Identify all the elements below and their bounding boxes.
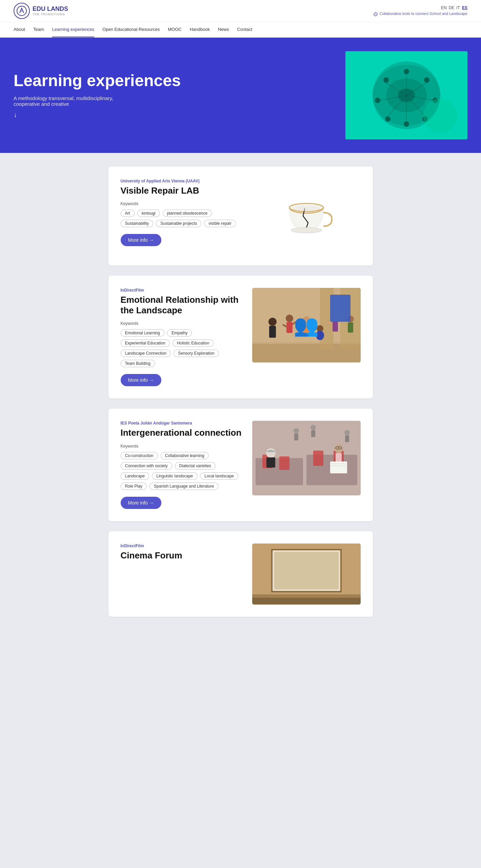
svg-rect-47 xyxy=(348,322,353,333)
svg-rect-59 xyxy=(266,457,275,468)
svg-point-34 xyxy=(286,315,293,322)
hero-image xyxy=(345,51,467,139)
nav-link-learning[interactable]: Learning experiences xyxy=(52,22,94,37)
card-title-4: Cinema Forum xyxy=(121,550,244,561)
nav-item-team[interactable]: Team xyxy=(33,22,44,37)
tags-2: Emotional Learning Empathy Experiential … xyxy=(121,329,244,367)
tag-team-building: Team Building xyxy=(121,360,155,367)
keywords-label-2: Keywords xyxy=(121,321,244,326)
lang-it[interactable]: IT xyxy=(456,5,460,10)
card-institution-1: University of Applied Arts Vienna (UAAV) xyxy=(121,179,244,183)
nav-link-mooc[interactable]: MOOC xyxy=(168,22,181,37)
svg-point-70 xyxy=(310,425,316,430)
tag-collaborative-learning: Collaborative learning xyxy=(161,452,209,459)
card-image-3 xyxy=(252,421,361,495)
lang-es[interactable]: ES xyxy=(462,5,467,10)
svg-point-8 xyxy=(404,69,409,74)
card-emotional: InDirectFilm Emotional Relationship with… xyxy=(108,276,373,398)
svg-rect-78 xyxy=(274,552,339,589)
nav-link-contact[interactable]: Contact xyxy=(237,22,252,37)
more-info-button-3[interactable]: More info → xyxy=(121,497,161,509)
svg-point-32 xyxy=(268,318,277,326)
tag-planned-obsolescence: planned obsolescence xyxy=(163,210,212,217)
hero-section: Learning experiences A methodology trans… xyxy=(0,38,481,153)
svg-line-22 xyxy=(380,95,406,100)
lang-en[interactable]: EN xyxy=(441,5,447,10)
tag-sensory: Sensory Exploration xyxy=(174,350,219,357)
svg-text:©: © xyxy=(375,13,377,16)
card-image-4 xyxy=(252,544,361,605)
card-cinema: InDirectFilm Cinema Forum xyxy=(108,531,373,617)
logo-icon xyxy=(14,3,30,19)
card-title-1: Visible Repair LAB xyxy=(121,185,244,196)
tag-empathy: Empathy xyxy=(167,329,192,337)
nav-item-contact[interactable]: Contact xyxy=(237,22,252,37)
card-image-1 xyxy=(252,179,361,253)
svg-line-17 xyxy=(406,83,427,95)
svg-point-58 xyxy=(266,448,276,458)
svg-rect-39 xyxy=(303,324,309,335)
card-institution-4: InDirectFilm xyxy=(121,544,244,548)
svg-point-14 xyxy=(375,98,380,103)
nav-item-news[interactable]: News xyxy=(218,22,229,37)
card-title-3: Intergenerational connection xyxy=(121,428,244,438)
svg-point-6 xyxy=(386,78,427,112)
svg-rect-33 xyxy=(269,326,276,338)
nav-link-team[interactable]: Team xyxy=(33,22,44,37)
tag-dialectal: Dialectal varieties xyxy=(175,462,216,470)
svg-point-13 xyxy=(385,116,390,122)
svg-point-38 xyxy=(303,316,310,324)
svg-rect-56 xyxy=(313,451,323,466)
tags-1: Art kintsugi planned obsolescence Sustai… xyxy=(121,210,244,227)
svg-point-10 xyxy=(433,98,438,103)
nav-link-news[interactable]: News xyxy=(218,22,229,37)
nav-link-handbook[interactable]: Handbook xyxy=(190,22,210,37)
svg-point-15 xyxy=(383,77,389,83)
nav-link-oer[interactable]: Open Educational Resources xyxy=(102,22,160,37)
svg-point-71 xyxy=(344,430,350,435)
tag-landscape-connection: Landscape Connection xyxy=(121,350,171,357)
tag-experiential: Experiential Education xyxy=(121,339,170,347)
svg-line-19 xyxy=(406,95,425,116)
more-info-button-1[interactable]: More info → xyxy=(121,234,161,246)
hero-text-block: Learning experiences A methodology trans… xyxy=(14,72,345,119)
svg-rect-66 xyxy=(330,461,347,473)
tag-connection-society: Connection with society xyxy=(121,462,172,470)
lang-de[interactable]: DE xyxy=(449,5,455,10)
card-intergenerational: IES Poeta Julián Andúgar Santomera Inter… xyxy=(108,409,373,521)
nav-item-handbook[interactable]: Handbook xyxy=(190,22,210,37)
keywords-label-1: Keywords xyxy=(121,201,244,206)
nav-item-about[interactable]: About xyxy=(14,22,25,37)
tag-sustainability: Sustainability xyxy=(121,220,154,227)
svg-rect-35 xyxy=(286,322,293,333)
nav-item-learning[interactable]: Learning experiences xyxy=(52,22,94,37)
svg-point-1 xyxy=(20,9,23,12)
nav-item-oer[interactable]: Open Educational Resources xyxy=(102,22,160,37)
card-title-2: Emotional Relationship with the Landscap… xyxy=(121,295,244,316)
svg-line-63 xyxy=(335,448,336,448)
card-institution-2: InDirectFilm xyxy=(121,288,244,293)
svg-rect-72 xyxy=(294,434,298,440)
nav-item-mooc[interactable]: MOOC xyxy=(168,22,181,37)
hero-title: Learning experiences xyxy=(14,72,345,90)
svg-rect-55 xyxy=(279,456,289,470)
tag-linguistic: Linguistic landscape xyxy=(152,472,197,480)
tag-kintsugi: kintsugi xyxy=(137,210,160,217)
svg-rect-81 xyxy=(252,598,361,605)
svg-point-25 xyxy=(291,228,322,233)
logo-text: EDU LANDS xyxy=(33,6,68,13)
hero-arrow: ↓ xyxy=(14,111,345,119)
svg-point-26 xyxy=(293,206,320,211)
main-content: University of Applied Arts Vienna (UAAV)… xyxy=(102,153,380,630)
tag-spanish-literature: Spanish Language and Literature xyxy=(149,482,218,490)
more-info-button-2[interactable]: More info → xyxy=(121,374,161,386)
tag-emotional-learning: Emotional Learning xyxy=(121,329,164,337)
nav-link-about[interactable]: About xyxy=(14,22,25,37)
card-body-4: InDirectFilm Cinema Forum xyxy=(121,544,244,605)
tag-holistic: Holistic Education xyxy=(173,339,214,347)
tag-visible-repair: visible repair xyxy=(204,220,236,227)
site-tagline: © Collaborative tools to connect School … xyxy=(374,12,467,16)
hero-image-placeholder xyxy=(345,51,467,139)
svg-point-41 xyxy=(316,331,324,340)
language-switcher[interactable]: EN DE IT ES xyxy=(441,5,467,10)
